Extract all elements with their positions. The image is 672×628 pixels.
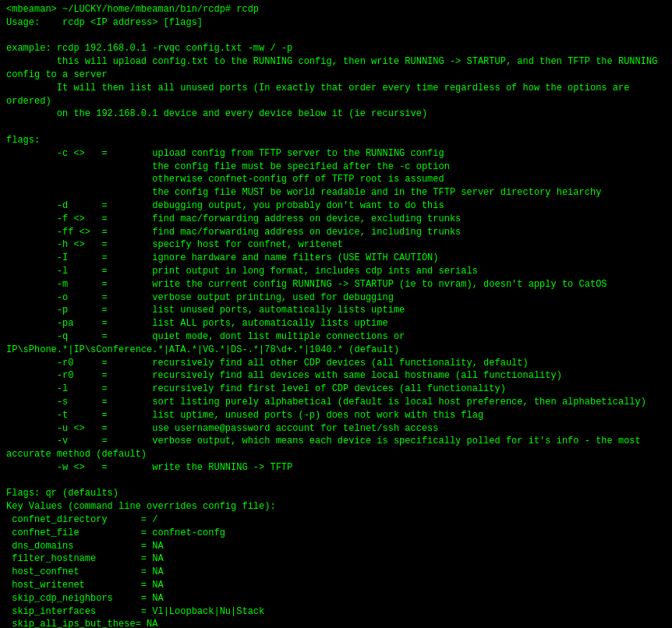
terminal-output: <mbeaman> ~/LUCKY/home/mbeaman/bin/rcdp#… [6, 3, 666, 628]
